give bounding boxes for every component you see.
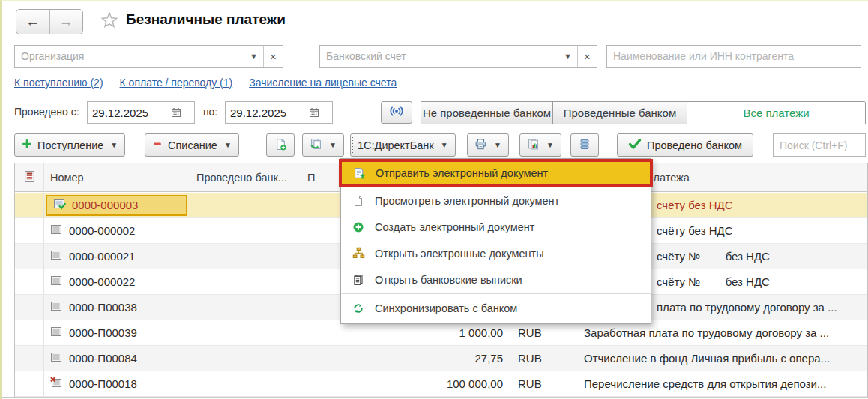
cell-number[interactable]: 0000-000021: [44, 244, 190, 268]
tumbler-all-payments[interactable]: Все платежи: [687, 102, 865, 124]
cell-number[interactable]: 0000-П00084: [44, 346, 190, 370]
calendar-icon[interactable]: [304, 106, 325, 118]
organization-dropdown-icon[interactable]: ▼: [244, 46, 263, 67]
menu-item-bank-statements[interactable]: Открыть банковские выписки: [341, 266, 651, 292]
list-icon: [579, 138, 591, 153]
back-arrow-icon: ←: [25, 14, 40, 30]
cell-posted[interactable]: [190, 244, 301, 268]
header-icon-cell[interactable]: [15, 164, 44, 191]
bank-account-clear-icon[interactable]: ×: [577, 46, 597, 67]
period-row: Проведено с: по: Не проведенные банком П…: [2, 100, 868, 125]
number-text: 0000-000022: [69, 275, 135, 288]
counterparty-input[interactable]: [607, 46, 861, 67]
row-marker-cell: [15, 346, 44, 370]
number-text: 0000-П00038: [69, 301, 137, 314]
cell-posted[interactable]: [190, 346, 301, 370]
cell-purpose[interactable]: Отчисление в фонд Личная прибыль с опера…: [561, 346, 868, 370]
organization-input[interactable]: [15, 46, 244, 67]
row-marker-cell: [15, 218, 44, 243]
reports-button[interactable]: ▼: [519, 134, 561, 157]
menu-item-open-documents[interactable]: Открыть электронные документы: [341, 240, 651, 266]
chevron-down-icon: ▼: [494, 141, 501, 149]
menu-item-sync-bank[interactable]: Синхронизировать с банком: [341, 295, 651, 321]
period-choice-button[interactable]: [381, 101, 412, 124]
menu-item-label: Открыть банковские выписки: [375, 274, 522, 286]
menu-item-view-document[interactable]: Просмотреть электронный документ: [341, 188, 651, 214]
cell-number[interactable]: 0000-П00038: [44, 295, 190, 320]
date-from-input[interactable]: [88, 106, 166, 119]
load-statement-button[interactable]: ▼: [302, 134, 344, 157]
register-list-button[interactable]: [570, 134, 599, 157]
forward-button[interactable]: →: [50, 10, 83, 34]
bank-statements-icon: [352, 274, 365, 286]
link-to-receipt[interactable]: К поступлению (2): [14, 76, 103, 92]
cell-posted[interactable]: [190, 218, 301, 243]
writeoff-button[interactable]: Списание ▼: [145, 134, 239, 157]
table-row[interactable]: 0000-П00018 100 000,00 RUB Перечисление …: [15, 371, 867, 397]
row-marker-cell: [15, 269, 44, 294]
tumbler-posted[interactable]: Проведенные банком: [553, 102, 687, 124]
create-document-icon: [352, 221, 365, 233]
row-marker-cell: [15, 371, 44, 396]
number-text: 0000-000021: [69, 250, 135, 262]
create-statement-button[interactable]: [266, 134, 295, 157]
organization-clear-icon[interactable]: ×: [263, 46, 283, 67]
cell-posted[interactable]: [190, 269, 301, 294]
cell-posted[interactable]: [190, 295, 301, 320]
table-row[interactable]: 0000-П00084 27,75 RUB Отчисление в фонд …: [15, 346, 867, 371]
chevron-down-icon: ▼: [224, 141, 232, 149]
document-icon: [50, 326, 63, 340]
printer-icon: [474, 138, 487, 153]
menu-item-create-document[interactable]: Создать электронный документ: [341, 214, 651, 240]
calendar-icon[interactable]: [166, 106, 187, 118]
header-number[interactable]: Номер: [44, 164, 190, 191]
receipt-button[interactable]: Поступление ▼: [14, 134, 125, 157]
plus-icon: [22, 139, 32, 152]
cell-posted[interactable]: [190, 371, 301, 396]
cell-amount[interactable]: 27,75: [301, 346, 509, 370]
favorite-star-icon[interactable]: [100, 10, 119, 33]
bank-account-filter: ▼ ×: [319, 45, 597, 68]
cell-posted[interactable]: [190, 193, 301, 218]
print-button[interactable]: ▼: [467, 134, 509, 157]
cell-amount[interactable]: 100 000,00: [301, 371, 509, 396]
posted-by-bank-button[interactable]: Проведено банком: [617, 134, 753, 157]
menu-item-label: Создать электронный документ: [375, 221, 534, 233]
back-button[interactable]: ←: [16, 10, 50, 34]
cell-posted[interactable]: [190, 320, 301, 345]
link-personal-accounts[interactable]: Зачисление на лицевые счета: [249, 76, 397, 92]
cell-currency[interactable]: RUB: [509, 346, 561, 370]
cell-currency[interactable]: RUB: [509, 371, 561, 396]
header-posted-by-bank[interactable]: Проведено банк...: [190, 164, 301, 191]
menu-item-send-document[interactable]: Отправить электронный документ: [339, 159, 653, 188]
tumbler-not-posted[interactable]: Не проведенные банком: [421, 102, 553, 124]
menu-item-label: Открыть электронные документы: [375, 248, 544, 260]
date-to-input[interactable]: [226, 106, 304, 119]
directbank-button[interactable]: 1С:ДиректБанк ▼: [350, 134, 456, 157]
nav-buttons: ← →: [16, 9, 83, 34]
cell-number[interactable]: 0000-000003: [44, 193, 190, 218]
top-bar: ← → Безналичные платежи: [2, 8, 868, 36]
row-marker-cell: [15, 295, 44, 320]
cell-number[interactable]: 0000-П00018: [44, 371, 190, 396]
directbank-menu: Отправить электронный документ Просмотре…: [340, 158, 651, 324]
search-input[interactable]: [774, 134, 865, 156]
cell-number[interactable]: 0000-000002: [44, 218, 190, 243]
posted-by-bank-label: Проведено банком: [647, 140, 742, 152]
bank-account-dropdown-icon[interactable]: ▼: [558, 46, 577, 67]
menu-separator: [341, 293, 651, 294]
cell-purpose[interactable]: Перечисление средств для открытия депози…: [561, 371, 868, 396]
bank-account-input[interactable]: [320, 46, 558, 67]
chevron-down-icon: ▼: [110, 141, 118, 149]
document-icon: [50, 224, 63, 238]
period-signal-icon: [390, 104, 403, 121]
cell-number[interactable]: 0000-000022: [44, 269, 190, 294]
document-icon: [50, 351, 63, 365]
link-to-payment[interactable]: К оплате / переводу (1): [120, 76, 233, 92]
cell-number[interactable]: 0000-П00039: [44, 320, 190, 345]
table-row[interactable]: 0000-П00039 1 000,00 RUB Заработная плат…: [15, 320, 867, 346]
filter-row: ▼ × ▼ ×: [2, 44, 868, 68]
search-field: [773, 134, 866, 157]
date-to-field: [225, 101, 333, 124]
document-icon: [50, 274, 63, 289]
